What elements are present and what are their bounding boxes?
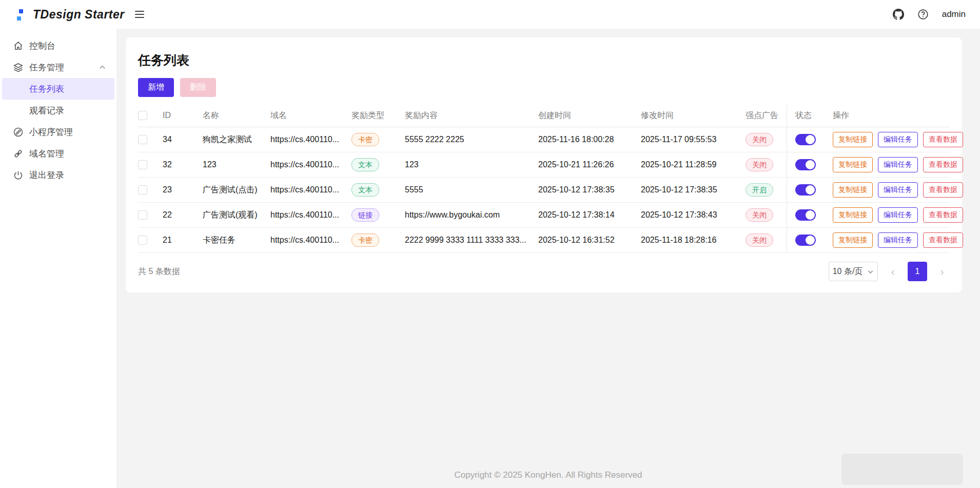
- cell-name: 广告测试(点击): [203, 178, 270, 202]
- cell-reward-content: 5555: [405, 178, 538, 202]
- add-button[interactable]: 新增: [138, 78, 174, 97]
- cell-created-time: 2025-10-12 16:31:52: [538, 228, 641, 252]
- copy-link-button[interactable]: 复制链接: [833, 232, 873, 248]
- help-icon[interactable]: [917, 9, 929, 20]
- menu-collapse-icon[interactable]: [135, 11, 144, 18]
- sidebar-item-label: 任务列表: [29, 83, 64, 95]
- cell-reward-content: 2222 9999 3333 1111 3333 333...: [405, 228, 538, 252]
- force-ad-tag: 开启: [746, 183, 773, 197]
- edit-task-button[interactable]: 编辑任务: [878, 182, 918, 198]
- cell-id: 22: [163, 203, 203, 227]
- status-toggle[interactable]: [795, 159, 816, 170]
- row-actions: 复制链接编辑任务查看数据: [833, 228, 968, 252]
- col-header-id: ID: [163, 104, 203, 127]
- view-data-button[interactable]: 查看数据: [923, 157, 963, 172]
- status-toggle[interactable]: [795, 209, 816, 221]
- task-list-card: 任务列表 新增 删除 ID 名称 域名 奖励类型 奖励内容 创建时间 修改时间 …: [126, 37, 962, 292]
- cell-created-time: 2025-10-12 17:38:14: [538, 203, 641, 227]
- sidebar-item-logout[interactable]: 退出登录: [2, 164, 114, 186]
- cell-domain: https://cs.400110...: [270, 127, 351, 152]
- row-checkbox[interactable]: [138, 236, 147, 245]
- col-header-modified: 修改时间: [641, 104, 746, 127]
- select-all-checkbox[interactable]: [138, 111, 147, 120]
- row-checkbox[interactable]: [138, 210, 147, 220]
- sidebar-item-miniprogram[interactable]: 小程序管理: [2, 121, 114, 143]
- logo-text: TDesign Starter: [33, 8, 125, 22]
- cell-created-time: 2025-10-21 11:26:26: [538, 152, 641, 177]
- col-header-name: 名称: [203, 104, 270, 127]
- cell-created-time: 2025-10-12 17:38:35: [538, 178, 641, 202]
- row-checkbox[interactable]: [138, 185, 147, 194]
- logo-icon: [14, 7, 26, 22]
- col-header-actions: 操作: [833, 104, 950, 127]
- link-icon: [13, 148, 24, 159]
- sidebar-item-dashboard[interactable]: 控制台: [2, 35, 114, 56]
- copy-link-button[interactable]: 复制链接: [833, 207, 873, 223]
- cell-id: 21: [163, 228, 203, 252]
- edit-task-button[interactable]: 编辑任务: [878, 157, 918, 172]
- sidebar-item-task-list[interactable]: 任务列表: [2, 78, 114, 100]
- force-ad-tag: 关闭: [746, 133, 773, 147]
- prev-page-button[interactable]: ‹: [885, 266, 900, 278]
- cell-modified-time: 2025-10-21 11:28:59: [641, 152, 746, 177]
- edit-task-button[interactable]: 编辑任务: [878, 132, 918, 147]
- layers-icon: [13, 62, 24, 73]
- cell-domain: https://cs.400110...: [270, 152, 351, 177]
- sidebar-item-label: 域名管理: [29, 148, 64, 160]
- force-ad-tag: 关闭: [746, 158, 773, 172]
- col-header-force-ad: 强点广告: [746, 104, 787, 127]
- status-toggle[interactable]: [795, 134, 816, 145]
- row-checkbox[interactable]: [138, 135, 147, 144]
- edit-task-button[interactable]: 编辑任务: [878, 232, 918, 248]
- chevron-down-icon: [867, 268, 874, 275]
- copy-link-button[interactable]: 复制链接: [833, 157, 873, 172]
- cell-modified-time: 2025-10-12 17:38:43: [641, 203, 746, 227]
- cell-name: 卡密任务: [203, 228, 270, 252]
- view-data-button[interactable]: 查看数据: [923, 207, 963, 223]
- row-actions: 复制链接编辑任务查看数据: [833, 127, 968, 152]
- sidebar-item-label: 控制台: [29, 40, 55, 52]
- status-toggle[interactable]: [795, 184, 816, 196]
- cell-name: 123: [203, 152, 270, 177]
- edit-task-button[interactable]: 编辑任务: [878, 207, 918, 223]
- toolbar: 新增 删除: [138, 78, 950, 97]
- force-ad-tag: 关闭: [746, 208, 773, 222]
- status-toggle[interactable]: [795, 235, 816, 246]
- cell-created-time: 2025-11-16 18:00:28: [538, 127, 641, 152]
- sidebar-item-domain[interactable]: 域名管理: [2, 143, 114, 164]
- cell-reward-content: 123: [405, 152, 538, 177]
- chevron-up-icon: [99, 64, 106, 71]
- page-number-button[interactable]: 1: [908, 262, 927, 281]
- next-page-button[interactable]: ›: [934, 266, 950, 278]
- sidebar-item-label: 小程序管理: [29, 126, 73, 138]
- main-content: 任务列表 新增 删除 ID 名称 域名 奖励类型 奖励内容 创建时间 修改时间 …: [116, 29, 980, 488]
- view-data-button[interactable]: 查看数据: [923, 182, 963, 198]
- user-menu[interactable]: admin: [942, 9, 966, 19]
- footer-copyright: Copyright © 2025 KongHen. All Rights Res…: [116, 470, 980, 480]
- table-body: 34 狗凯之家测试 https://cs.400110... 卡密 5555 2…: [138, 127, 950, 253]
- copy-link-button[interactable]: 复制链接: [833, 132, 873, 147]
- reward-type-tag: 文本: [351, 183, 379, 197]
- row-checkbox[interactable]: [138, 160, 147, 169]
- reward-type-tag: 卡密: [351, 133, 379, 147]
- reward-type-tag: 卡密: [351, 233, 379, 247]
- circle-link-icon: [13, 127, 24, 138]
- view-data-button[interactable]: 查看数据: [923, 132, 963, 147]
- table-row: 21 卡密任务 https://cs.400110... 卡密 2222 999…: [138, 228, 950, 253]
- page-size-select[interactable]: 10 条/页: [829, 262, 878, 281]
- sidebar-item-task-management[interactable]: 任务管理: [2, 56, 114, 78]
- cell-reward-content: 5555 2222 2225: [405, 127, 538, 152]
- delete-button[interactable]: 删除: [180, 78, 216, 97]
- sidebar-item-watch-records[interactable]: 观看记录: [2, 100, 114, 121]
- sidebar-item-label: 观看记录: [29, 105, 64, 116]
- page-title: 任务列表: [138, 52, 950, 69]
- row-actions: 复制链接编辑任务查看数据: [833, 178, 968, 202]
- cell-domain: https://cs.400110...: [270, 228, 351, 252]
- cell-domain: https://cs.400110...: [270, 203, 351, 227]
- col-header-domain: 域名: [270, 104, 351, 127]
- github-icon[interactable]: [893, 9, 904, 20]
- cell-id: 32: [163, 152, 203, 177]
- row-actions: 复制链接编辑任务查看数据: [833, 203, 968, 227]
- copy-link-button[interactable]: 复制链接: [833, 182, 873, 198]
- view-data-button[interactable]: 查看数据: [923, 232, 963, 248]
